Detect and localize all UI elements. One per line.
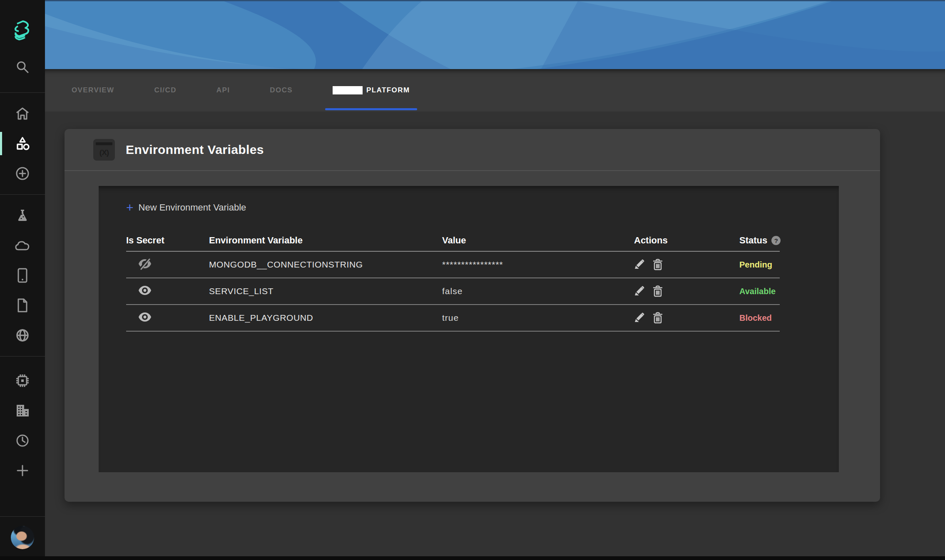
table-body: MONGODB__CONNECTIONSTRING **************… <box>126 252 780 332</box>
status-badge: Pending <box>739 260 780 270</box>
env-variables-table: Is Secret Environment Variable Value Act… <box>126 230 780 332</box>
table-header-row: Is Secret Environment Variable Value Act… <box>126 230 780 252</box>
env-var-value: true <box>442 313 634 323</box>
sidebar-divider <box>0 92 45 93</box>
clock-icon[interactable] <box>0 426 45 456</box>
add-icon[interactable] <box>0 456 45 486</box>
col-header-value: Value <box>442 235 634 246</box>
card-header: (X) Environment Variables <box>65 129 880 171</box>
sidebar-divider <box>0 356 45 357</box>
new-environment-variable-button[interactable]: + New Environment Variable <box>126 201 246 214</box>
tab-docs[interactable]: DOCS <box>270 69 293 112</box>
env-var-name: MONGODB__CONNECTIONSTRING <box>209 260 442 270</box>
table-row: MONGODB__CONNECTIONSTRING **************… <box>126 252 780 278</box>
home-icon[interactable] <box>0 99 45 129</box>
plus-icon: + <box>126 201 134 214</box>
tab-cicd[interactable]: CI/CD <box>154 69 177 112</box>
sidebar-item-shapes[interactable] <box>0 129 45 159</box>
status-badge: Blocked <box>739 313 780 323</box>
page-content: (X) Environment Variables + New Environm… <box>45 112 945 560</box>
tab-label: API <box>216 86 230 94</box>
col-header-actions: Actions <box>634 235 739 246</box>
search-icon[interactable] <box>0 49 45 85</box>
variables-panel: + New Environment Variable Is Secret Env… <box>99 186 839 472</box>
sidebar-divider <box>0 516 45 517</box>
delete-icon[interactable] <box>652 259 663 270</box>
mobile-icon[interactable] <box>0 260 45 290</box>
app-window: OVERVIEW CI/CD API DOCS PLATFORM (X) Env… <box>0 0 945 560</box>
app-logo-icon[interactable] <box>0 12 45 49</box>
sidebar <box>0 0 45 560</box>
add-circle-icon[interactable] <box>0 159 45 188</box>
tab-label: OVERVIEW <box>72 86 114 94</box>
help-icon[interactable]: ? <box>771 236 781 245</box>
sidebar-divider <box>0 194 45 195</box>
tab-platform[interactable]: PLATFORM <box>333 69 410 112</box>
edit-icon[interactable] <box>634 312 645 324</box>
status-badge: Available <box>739 287 780 296</box>
redacted-brand-box <box>333 86 363 94</box>
eye-off-icon[interactable] <box>138 258 152 270</box>
table-row: ENABLE_PLAYGROUND true Blocked <box>126 305 780 332</box>
bottom-edge-bar <box>0 556 945 560</box>
tab-bar: OVERVIEW CI/CD API DOCS PLATFORM <box>45 69 945 112</box>
card-title: Environment Variables <box>126 143 264 157</box>
tab-overview[interactable]: OVERVIEW <box>72 69 114 112</box>
env-var-value: **************** <box>442 260 634 270</box>
flask-icon[interactable] <box>0 201 45 230</box>
col-header-is-secret: Is Secret <box>126 235 209 246</box>
env-var-value: false <box>442 286 634 296</box>
delete-icon[interactable] <box>652 285 663 297</box>
table-row: SERVICE_LIST false Available <box>126 278 780 305</box>
tab-label: PLATFORM <box>366 86 410 94</box>
building-icon[interactable] <box>0 396 45 426</box>
globe-icon[interactable] <box>0 320 45 350</box>
tab-label: DOCS <box>270 86 293 94</box>
env-var-name: SERVICE_LIST <box>209 286 442 296</box>
hero-banner <box>45 0 945 69</box>
eye-icon[interactable] <box>138 285 152 296</box>
env-variables-icon: (X) <box>93 139 115 161</box>
col-header-name: Environment Variable <box>209 235 442 246</box>
delete-icon[interactable] <box>652 312 663 324</box>
cloud-icon[interactable] <box>0 230 45 260</box>
chip-icon[interactable] <box>0 366 45 396</box>
edit-icon[interactable] <box>634 285 645 297</box>
eye-icon[interactable] <box>138 312 152 322</box>
edit-icon[interactable] <box>634 259 645 270</box>
document-icon[interactable] <box>0 290 45 320</box>
col-header-status: Status ? <box>739 235 781 246</box>
tab-api[interactable]: API <box>216 69 230 112</box>
environment-variables-card: (X) Environment Variables + New Environm… <box>65 129 880 502</box>
user-avatar[interactable] <box>11 526 34 549</box>
env-var-name: ENABLE_PLAYGROUND <box>209 313 442 323</box>
tab-label: CI/CD <box>154 86 177 94</box>
